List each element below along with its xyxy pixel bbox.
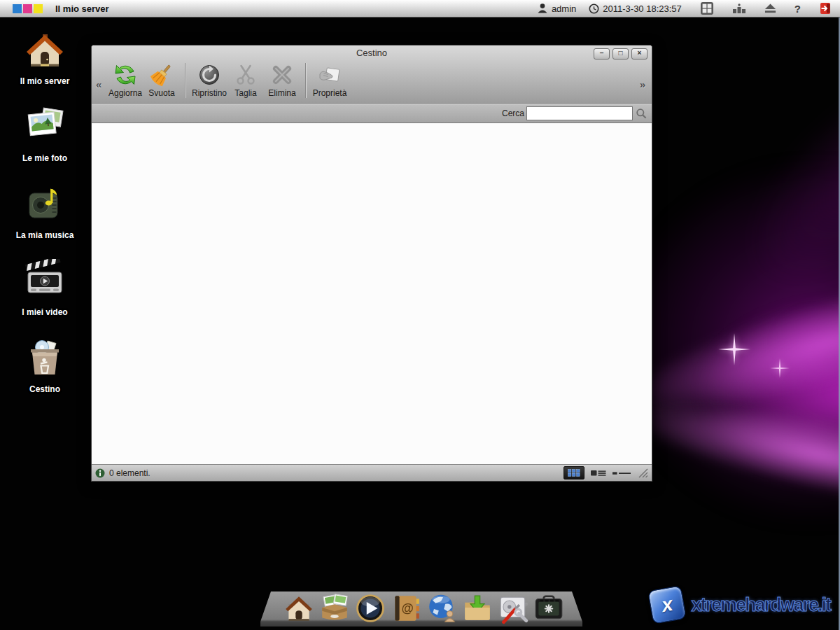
search-input[interactable] bbox=[526, 106, 633, 120]
magnifier-icon[interactable] bbox=[636, 108, 647, 119]
sparkle-star bbox=[718, 333, 750, 365]
info-icon bbox=[95, 468, 105, 478]
devices-icon[interactable] bbox=[732, 4, 746, 14]
restore-icon bbox=[197, 62, 222, 88]
desktop-icon-music[interactable]: La mia musica bbox=[10, 182, 80, 240]
top-menubar: Il mio server admin 2011-3-30 18:23:57 ? bbox=[0, 0, 840, 18]
dock-toolbox-icon[interactable] bbox=[533, 592, 565, 624]
desktop-icon-label: Le mie foto bbox=[10, 153, 80, 163]
desktop-screen: Il mio server admin 2011-3-30 18:23:57 ? bbox=[0, 0, 840, 630]
dock-home-icon[interactable] bbox=[283, 592, 315, 624]
window-header: Cestino – □ × « A bbox=[92, 46, 652, 104]
toolbar-label: Elimina bbox=[268, 88, 295, 98]
watermark-logo-letter: x bbox=[660, 593, 675, 617]
videos-icon bbox=[22, 259, 67, 304]
resize-grip[interactable] bbox=[638, 468, 648, 478]
desktop-icon-label: I miei video bbox=[10, 307, 80, 317]
grid-view-button[interactable] bbox=[564, 466, 584, 479]
watermark: x xtremehardware.it bbox=[650, 588, 830, 622]
sparkle-star bbox=[770, 358, 790, 378]
close-button[interactable]: × bbox=[631, 48, 648, 59]
empty-trash-button[interactable]: Svuota bbox=[144, 62, 180, 98]
username[interactable]: admin bbox=[552, 4, 576, 14]
toolbar-label: Ripristino bbox=[192, 88, 227, 98]
logo-square-blue bbox=[13, 4, 22, 13]
desktop-icon-videos[interactable]: I miei video bbox=[10, 259, 80, 317]
toolbar-overflow-right-icon[interactable]: » bbox=[640, 78, 645, 90]
eject-icon[interactable] bbox=[764, 4, 776, 13]
toolbar-separator bbox=[185, 63, 186, 98]
xtremehardware-logo: x bbox=[648, 585, 687, 624]
music-icon bbox=[22, 182, 67, 227]
file-list-area[interactable] bbox=[92, 123, 652, 464]
refresh-button[interactable]: Aggiorna bbox=[107, 62, 144, 98]
desktop-icon-label: Il mio server bbox=[10, 76, 80, 86]
cestino-window: Cestino – □ × « A bbox=[91, 45, 652, 482]
photos-icon bbox=[22, 105, 67, 150]
wallpaper-streak bbox=[712, 24, 840, 326]
list-view-button[interactable] bbox=[591, 469, 606, 477]
dock-photos-icon[interactable] bbox=[318, 592, 351, 624]
logo-square-yellow bbox=[34, 4, 43, 13]
refresh-icon bbox=[113, 62, 138, 88]
dock-downloads-icon[interactable] bbox=[461, 592, 493, 624]
logout-icon[interactable] bbox=[819, 2, 832, 15]
trash-icon bbox=[22, 336, 67, 381]
dock-contacts-icon[interactable]: @ bbox=[390, 592, 422, 624]
wallpaper-streak bbox=[620, 380, 840, 530]
brand-logo bbox=[13, 4, 43, 13]
toolbar-label: Proprietà bbox=[313, 88, 347, 98]
cut-button[interactable]: Taglia bbox=[227, 62, 264, 98]
desktop-icon-trash[interactable]: Cestino bbox=[10, 336, 80, 394]
toolbar-overflow-left-icon[interactable]: « bbox=[96, 78, 102, 90]
help-icon[interactable]: ? bbox=[794, 3, 801, 15]
item-count: 0 elementi. bbox=[109, 468, 150, 478]
logo-square-pink bbox=[23, 4, 32, 13]
user-icon bbox=[537, 3, 548, 14]
clock-icon bbox=[589, 4, 599, 14]
delete-button[interactable]: Elimina bbox=[264, 62, 300, 98]
dock: @ bbox=[260, 592, 582, 626]
window-title: Cestino bbox=[92, 46, 652, 60]
toolbar-separator bbox=[305, 63, 307, 98]
dock-player-icon[interactable] bbox=[354, 592, 386, 624]
toolbar-label: Aggiorna bbox=[108, 88, 142, 98]
desktop-icon-label: La mia musica bbox=[10, 230, 80, 240]
desktop-icon-server[interactable]: Il mio server bbox=[10, 28, 80, 86]
status-bar: 0 elementi. bbox=[92, 464, 652, 481]
window-toolbar: « Aggiorna bbox=[92, 60, 652, 105]
dock-network-icon[interactable] bbox=[426, 592, 458, 624]
search-label: Cerca bbox=[502, 108, 524, 118]
server-title: Il mio server bbox=[55, 4, 109, 14]
details-view-button[interactable] bbox=[612, 470, 631, 476]
properties-icon bbox=[317, 62, 342, 88]
delete-x-icon bbox=[270, 62, 295, 88]
dock-diskutility-icon[interactable] bbox=[497, 592, 529, 624]
properties-button[interactable]: Proprietà bbox=[312, 62, 348, 98]
maximize-button[interactable]: □ bbox=[612, 48, 629, 59]
restore-button[interactable]: Ripristino bbox=[191, 62, 227, 98]
home-icon bbox=[22, 28, 67, 73]
broom-icon bbox=[149, 62, 174, 88]
scissors-icon bbox=[233, 62, 258, 88]
datetime: 2011-3-30 18:23:57 bbox=[603, 4, 682, 14]
svg-text:@: @ bbox=[401, 601, 413, 615]
desktop-icon-label: Cestino bbox=[10, 384, 80, 394]
wallpaper-glow-core bbox=[700, 301, 840, 483]
watermark-text: xtremehardware.it bbox=[691, 594, 830, 616]
toolbar-label: Taglia bbox=[234, 88, 256, 98]
toolbar-label: Svuota bbox=[148, 88, 174, 98]
desktop-icon-photos[interactable]: Le mie foto bbox=[10, 105, 80, 163]
window-titlebar[interactable]: Cestino – □ × bbox=[92, 46, 652, 60]
minimize-button[interactable]: – bbox=[594, 48, 610, 59]
apps-grid-icon[interactable] bbox=[700, 1, 714, 15]
search-bar: Cerca bbox=[92, 104, 652, 123]
